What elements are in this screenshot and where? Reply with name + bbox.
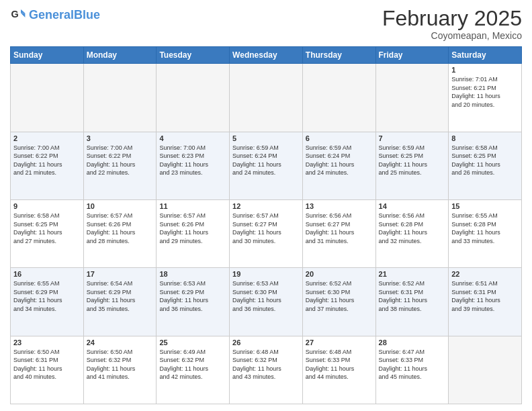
cell-w4-d6: 21Sunrise: 6:52 AM Sunset: 6:31 PM Dayli… (375, 268, 449, 336)
cell-w4-d2: 17Sunrise: 6:54 AM Sunset: 6:29 PM Dayli… (83, 268, 157, 336)
header: G GeneralBlue February 2025 Coyomeapan, … (10, 7, 522, 41)
logo-text: GeneralBlue (29, 9, 100, 21)
svg-marker-1 (21, 9, 25, 13)
cell-w4-d1: 16Sunrise: 6:55 AM Sunset: 6:29 PM Dayli… (11, 268, 84, 336)
svg-marker-2 (21, 13, 25, 17)
day-number: 1 (451, 66, 519, 74)
cell-w1-d5 (302, 64, 375, 132)
cell-w2-d2: 3Sunrise: 7:00 AM Sunset: 6:22 PM Daylig… (83, 132, 157, 199)
week-row-3: 9Sunrise: 6:58 AM Sunset: 6:25 PM Daylig… (11, 199, 522, 267)
day-number: 21 (379, 270, 446, 278)
col-thursday: Thursday (302, 47, 375, 64)
cell-w4-d3: 18Sunrise: 6:53 AM Sunset: 6:29 PM Dayli… (157, 268, 230, 336)
col-tuesday: Tuesday (157, 47, 230, 64)
cell-w1-d4 (230, 64, 303, 132)
cell-w5-d4: 26Sunrise: 6:48 AM Sunset: 6:32 PM Dayli… (230, 336, 303, 404)
day-info: Sunrise: 6:52 AM Sunset: 6:31 PM Dayligh… (379, 279, 446, 313)
day-info: Sunrise: 6:50 AM Sunset: 6:31 PM Dayligh… (13, 348, 81, 381)
day-info: Sunrise: 6:50 AM Sunset: 6:32 PM Dayligh… (87, 348, 154, 381)
day-info: Sunrise: 6:55 AM Sunset: 6:29 PM Dayligh… (13, 279, 81, 313)
day-number: 27 (306, 338, 373, 347)
day-number: 6 (306, 134, 373, 142)
cell-w4-d4: 19Sunrise: 6:53 AM Sunset: 6:30 PM Dayli… (230, 268, 303, 336)
col-wednesday: Wednesday (230, 47, 303, 64)
col-friday: Friday (375, 47, 449, 64)
cell-w1-d2 (83, 64, 157, 132)
cell-w1-d3 (157, 64, 230, 132)
day-number: 23 (13, 338, 81, 347)
cell-w1-d6 (375, 64, 449, 132)
day-info: Sunrise: 6:52 AM Sunset: 6:30 PM Dayligh… (306, 279, 373, 313)
month-title: February 2025 (382, 7, 522, 30)
title-block: February 2025 Coyomeapan, Mexico (382, 7, 522, 41)
day-info: Sunrise: 6:59 AM Sunset: 6:24 PM Dayligh… (306, 144, 373, 177)
day-info: Sunrise: 6:49 AM Sunset: 6:32 PM Dayligh… (159, 348, 226, 381)
col-monday: Monday (83, 47, 157, 64)
day-info: Sunrise: 6:54 AM Sunset: 6:29 PM Dayligh… (87, 279, 154, 313)
day-number: 11 (159, 202, 226, 210)
cell-w5-d3: 25Sunrise: 6:49 AM Sunset: 6:32 PM Dayli… (157, 336, 230, 404)
day-number: 2 (13, 134, 81, 142)
day-info: Sunrise: 6:59 AM Sunset: 6:25 PM Dayligh… (379, 144, 446, 177)
day-info: Sunrise: 6:48 AM Sunset: 6:33 PM Dayligh… (306, 348, 373, 381)
day-number: 4 (159, 134, 226, 142)
day-info: Sunrise: 7:00 AM Sunset: 6:23 PM Dayligh… (159, 144, 226, 177)
day-number: 26 (232, 338, 300, 347)
day-info: Sunrise: 6:47 AM Sunset: 6:33 PM Dayligh… (379, 348, 446, 381)
cell-w3-d6: 14Sunrise: 6:56 AM Sunset: 6:28 PM Dayli… (375, 199, 449, 267)
cell-w3-d2: 10Sunrise: 6:57 AM Sunset: 6:26 PM Dayli… (83, 199, 157, 267)
cell-w3-d4: 12Sunrise: 6:57 AM Sunset: 6:27 PM Dayli… (230, 199, 303, 267)
day-info: Sunrise: 7:00 AM Sunset: 6:22 PM Dayligh… (87, 144, 154, 177)
cell-w3-d3: 11Sunrise: 6:57 AM Sunset: 6:26 PM Dayli… (157, 199, 230, 267)
day-info: Sunrise: 6:55 AM Sunset: 6:28 PM Dayligh… (451, 212, 519, 245)
cell-w2-d5: 6Sunrise: 6:59 AM Sunset: 6:24 PM Daylig… (302, 132, 375, 199)
cell-w3-d7: 15Sunrise: 6:55 AM Sunset: 6:28 PM Dayli… (449, 199, 522, 267)
cell-w2-d1: 2Sunrise: 7:00 AM Sunset: 6:22 PM Daylig… (11, 132, 84, 199)
day-info: Sunrise: 6:57 AM Sunset: 6:26 PM Dayligh… (87, 212, 154, 245)
day-info: Sunrise: 6:57 AM Sunset: 6:27 PM Dayligh… (232, 212, 300, 245)
logo-blue: Blue (74, 8, 100, 21)
cell-w3-d5: 13Sunrise: 6:56 AM Sunset: 6:27 PM Dayli… (302, 199, 375, 267)
day-number: 25 (159, 338, 226, 347)
day-number: 13 (306, 202, 373, 210)
day-info: Sunrise: 6:57 AM Sunset: 6:26 PM Dayligh… (159, 212, 226, 245)
day-number: 18 (159, 270, 226, 278)
day-number: 19 (232, 270, 300, 278)
logo: G GeneralBlue (10, 7, 100, 23)
day-number: 10 (87, 202, 154, 210)
day-number: 14 (379, 202, 446, 210)
week-row-5: 23Sunrise: 6:50 AM Sunset: 6:31 PM Dayli… (11, 336, 522, 404)
day-number: 22 (451, 270, 519, 278)
day-info: Sunrise: 6:53 AM Sunset: 6:29 PM Dayligh… (159, 279, 226, 313)
cell-w2-d6: 7Sunrise: 6:59 AM Sunset: 6:25 PM Daylig… (375, 132, 449, 199)
day-number: 17 (87, 270, 154, 278)
cell-w2-d7: 8Sunrise: 6:58 AM Sunset: 6:25 PM Daylig… (449, 132, 522, 199)
cell-w3-d1: 9Sunrise: 6:58 AM Sunset: 6:25 PM Daylig… (11, 199, 84, 267)
day-info: Sunrise: 6:56 AM Sunset: 6:28 PM Dayligh… (379, 212, 446, 245)
cell-w2-d3: 4Sunrise: 7:00 AM Sunset: 6:23 PM Daylig… (157, 132, 230, 199)
calendar-table: Sunday Monday Tuesday Wednesday Thursday… (10, 46, 522, 404)
day-number: 9 (13, 202, 81, 210)
cell-w5-d2: 24Sunrise: 6:50 AM Sunset: 6:32 PM Dayli… (83, 336, 157, 404)
cell-w5-d7 (449, 336, 522, 404)
col-sunday: Sunday (11, 47, 84, 64)
day-number: 16 (13, 270, 81, 278)
page: G GeneralBlue February 2025 Coyomeapan, … (0, 0, 532, 411)
logo-icon: G (10, 7, 26, 23)
day-info: Sunrise: 6:53 AM Sunset: 6:30 PM Dayligh… (232, 279, 300, 313)
day-info: Sunrise: 7:01 AM Sunset: 6:21 PM Dayligh… (451, 75, 519, 109)
cell-w4-d5: 20Sunrise: 6:52 AM Sunset: 6:30 PM Dayli… (302, 268, 375, 336)
cell-w5-d1: 23Sunrise: 6:50 AM Sunset: 6:31 PM Dayli… (11, 336, 84, 404)
day-info: Sunrise: 6:48 AM Sunset: 6:32 PM Dayligh… (232, 348, 300, 381)
cell-w2-d4: 5Sunrise: 6:59 AM Sunset: 6:24 PM Daylig… (230, 132, 303, 199)
col-saturday: Saturday (449, 47, 522, 64)
day-info: Sunrise: 6:56 AM Sunset: 6:27 PM Dayligh… (306, 212, 373, 245)
cell-w5-d5: 27Sunrise: 6:48 AM Sunset: 6:33 PM Dayli… (302, 336, 375, 404)
calendar-header-row: Sunday Monday Tuesday Wednesday Thursday… (11, 47, 522, 64)
day-info: Sunrise: 6:58 AM Sunset: 6:25 PM Dayligh… (13, 212, 81, 245)
svg-text:G: G (11, 9, 19, 19)
cell-w5-d6: 28Sunrise: 6:47 AM Sunset: 6:33 PM Dayli… (375, 336, 449, 404)
logo-general: General (29, 8, 74, 21)
location-subtitle: Coyomeapan, Mexico (382, 30, 522, 41)
day-number: 7 (379, 134, 446, 142)
